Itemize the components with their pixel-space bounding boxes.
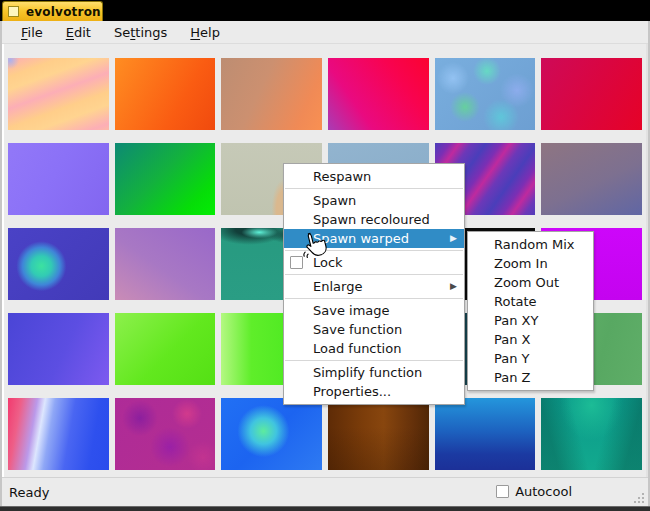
menu-item-save-image[interactable]: Save image [284, 301, 464, 320]
menu-edit[interactable]: Edit [56, 23, 101, 42]
menu-separator [285, 298, 463, 299]
submenu-item-pan-y[interactable]: Pan Y [468, 349, 593, 368]
submenu-arrow-icon: ▶ [450, 277, 457, 296]
window-menu-icon[interactable] [8, 6, 19, 17]
image-tile[interactable] [221, 58, 322, 130]
menu-item-simplify-function[interactable]: Simplify function [284, 363, 464, 382]
evolvotron-window: evolvotron File Edit Settings Help [0, 0, 650, 511]
menu-item-respawn[interactable]: Respawn [284, 167, 464, 186]
lock-checkbox[interactable] [290, 256, 303, 269]
image-tile[interactable] [541, 143, 642, 215]
submenu-arrow-icon: ▶ [450, 229, 457, 248]
submenu-item-zoom-in[interactable]: Zoom In [468, 254, 593, 273]
spawn-warped-submenu: Random Mix Zoom In Zoom Out Rotate Pan X… [467, 231, 594, 391]
submenu-item-pan-z[interactable]: Pan Z [468, 368, 593, 387]
autocool-checkbox[interactable] [496, 485, 509, 498]
image-tile[interactable] [328, 58, 429, 130]
image-tile[interactable] [115, 228, 216, 300]
menu-item-spawn[interactable]: Spawn [284, 191, 464, 210]
menu-separator [285, 250, 463, 251]
submenu-item-zoom-out[interactable]: Zoom Out [468, 273, 593, 292]
menu-item-save-function[interactable]: Save function [284, 320, 464, 339]
image-tile[interactable] [8, 143, 109, 215]
image-tile[interactable] [435, 58, 536, 130]
context-menu: Respawn Spawn Spawn recoloured Spawn war… [283, 163, 465, 405]
window-bottom-border [0, 506, 650, 511]
titlebar[interactable]: evolvotron [0, 0, 650, 21]
submenu-item-rotate[interactable]: Rotate [468, 292, 593, 311]
resize-grip-icon[interactable] [632, 491, 644, 503]
statusbar: Ready Autocool [2, 477, 648, 506]
menu-file[interactable]: File [11, 23, 53, 42]
image-tile[interactable] [8, 228, 109, 300]
image-tile[interactable] [115, 398, 216, 470]
image-tile[interactable] [541, 58, 642, 130]
menu-separator [285, 188, 463, 189]
image-tile[interactable] [115, 58, 216, 130]
window-title: evolvotron [26, 5, 101, 19]
image-tile[interactable] [115, 143, 216, 215]
menu-item-spawn-warped[interactable]: Spawn warped▶ [284, 229, 464, 248]
image-tile[interactable] [221, 398, 322, 470]
menu-item-properties[interactable]: Properties... [284, 382, 464, 401]
image-tile[interactable] [115, 313, 216, 385]
autocool-control: Autocool [496, 484, 572, 499]
menu-item-spawn-recoloured[interactable]: Spawn recoloured [284, 210, 464, 229]
image-tile[interactable] [541, 398, 642, 470]
submenu-item-pan-x[interactable]: Pan X [468, 330, 593, 349]
image-tile[interactable] [8, 58, 109, 130]
menubar: File Edit Settings Help [2, 21, 648, 44]
menu-separator [285, 360, 463, 361]
menu-item-lock[interactable]: Lock [284, 253, 464, 272]
image-tile[interactable] [8, 398, 109, 470]
image-tile[interactable] [8, 313, 109, 385]
menu-item-enlarge[interactable]: Enlarge▶ [284, 277, 464, 296]
menu-settings[interactable]: Settings [104, 23, 177, 42]
autocool-label[interactable]: Autocool [515, 484, 572, 499]
image-tile[interactable] [328, 398, 429, 470]
image-tile[interactable] [435, 398, 536, 470]
menu-separator [285, 274, 463, 275]
menu-help[interactable]: Help [180, 23, 230, 42]
titlebar-tab[interactable]: evolvotron [2, 1, 103, 21]
submenu-item-pan-xy[interactable]: Pan XY [468, 311, 593, 330]
status-message: Ready [9, 485, 49, 500]
submenu-item-random-mix[interactable]: Random Mix [468, 235, 593, 254]
menu-item-load-function[interactable]: Load function [284, 339, 464, 358]
